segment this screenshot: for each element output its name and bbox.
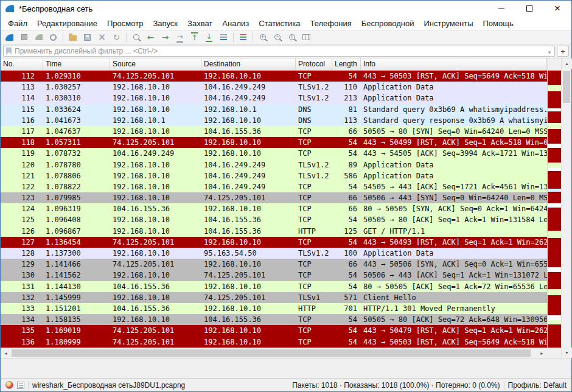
- auto-scroll-button[interactable]: [217, 30, 231, 44]
- info-cell: 443 → 50506 [SYN, ACK] Seq=0 Ack=1 Win=6…: [361, 259, 547, 270]
- packet-row[interactable]: 1121.02931074.125.205.101192.168.10.10TC…: [1, 71, 547, 82]
- menu-item[interactable]: Инструменты: [419, 19, 478, 28]
- add-filter-button[interactable]: +: [557, 46, 569, 57]
- info-cell: Client Hello: [361, 292, 547, 303]
- column-header-source[interactable]: Source: [110, 58, 201, 70]
- vertical-scrollbar-track[interactable]: [562, 69, 571, 348]
- go-back-button[interactable]: [144, 30, 158, 44]
- menu-item[interactable]: Статистика: [254, 19, 305, 28]
- packet-row[interactable]: 1191.078732104.16.249.249192.168.10.10TC…: [1, 148, 547, 159]
- menu-item[interactable]: Помощь: [478, 19, 518, 28]
- destination-cell: 104.16.249.249: [201, 159, 296, 170]
- capture-options-button[interactable]: [46, 30, 60, 44]
- packet-row[interactable]: 1261.096867192.168.10.10104.16.155.36HTT…: [1, 226, 547, 237]
- destination-cell: 192.168.10.10: [201, 203, 296, 214]
- menu-item[interactable]: Телефония: [305, 19, 356, 28]
- protocol-cell: TLSv1.2: [296, 248, 332, 259]
- profile-label[interactable]: Профиль: Default: [508, 381, 567, 390]
- packet-row[interactable]: 1241.096319104.16.155.36192.168.10.10TCP…: [1, 203, 547, 214]
- packet-row[interactable]: 1291.14146674.125.205.101192.168.10.10TC…: [1, 259, 547, 270]
- stop-capture-button[interactable]: [17, 30, 31, 44]
- close-file-button[interactable]: [95, 30, 109, 44]
- save-file-button[interactable]: [80, 30, 94, 44]
- close-button[interactable]: [543, 1, 571, 16]
- packet-row[interactable]: 1251.096408192.168.10.10104.16.155.36TCP…: [1, 214, 547, 225]
- menu-item[interactable]: Просмотр: [102, 19, 148, 28]
- column-header-time[interactable]: Time: [43, 58, 110, 70]
- packet-row[interactable]: 1311.144130104.16.155.36192.168.10.10TCP…: [1, 281, 547, 292]
- vertical-scrollbar[interactable]: [561, 58, 571, 358]
- filter-history-dropdown-icon[interactable]: [545, 46, 554, 57]
- horizontal-scrollbar[interactable]: [1, 348, 547, 358]
- intelligent-scrollbar-minimap[interactable]: [547, 71, 561, 348]
- packet-row[interactable]: 1331.151201104.16.155.36192.168.10.10HTT…: [1, 303, 547, 314]
- packet-row[interactable]: 1131.030257192.168.10.10104.16.249.249TL…: [1, 82, 547, 93]
- info-cell: 54505 → 443 [ACK] Seq=1721 Ack=4561 Win=…: [361, 181, 547, 192]
- packet-row[interactable]: 1281.137300192.168.10.1095.163.54.50TLSv…: [1, 248, 547, 259]
- no-cell: 128: [1, 248, 43, 259]
- resize-columns-button[interactable]: [299, 30, 313, 44]
- packet-row[interactable]: 1181.05731174.125.205.101192.168.10.10TC…: [1, 137, 547, 148]
- maximize-button[interactable]: [515, 1, 543, 16]
- column-header-no[interactable]: No.: [1, 58, 43, 70]
- column-header-length[interactable]: Length: [332, 58, 361, 70]
- packet-row[interactable]: 1221.078822192.168.10.10104.16.249.249TC…: [1, 181, 547, 192]
- zoom-in-button[interactable]: [256, 30, 270, 44]
- colorize-button[interactable]: [236, 30, 250, 44]
- zoom-out-button[interactable]: [270, 30, 284, 44]
- start-capture-button[interactable]: [2, 30, 16, 44]
- packet-row[interactable]: 1351.16901974.125.205.101192.168.10.10TC…: [1, 325, 547, 336]
- vertical-scrollbar-thumb[interactable]: [563, 71, 570, 103]
- filter-bookmark-icon[interactable]: [6, 47, 12, 55]
- packet-row[interactable]: 1211.078806192.168.10.10104.16.249.249TL…: [1, 170, 547, 181]
- zoom-reset-button[interactable]: [285, 30, 299, 44]
- menu-item[interactable]: Анализ: [217, 19, 254, 28]
- menu-item[interactable]: Редактирование: [32, 19, 102, 28]
- packet-row[interactable]: 1341.158135192.168.10.10104.16.155.36TCP…: [1, 314, 547, 325]
- go-forward-button[interactable]: [158, 30, 172, 44]
- menu-item[interactable]: Запуск: [148, 19, 183, 28]
- expert-info-icon[interactable]: [5, 381, 13, 389]
- packet-row[interactable]: 1271.13645474.125.205.101192.168.10.10TC…: [1, 237, 547, 248]
- protocol-cell: TCP: [296, 314, 332, 325]
- open-file-button[interactable]: [66, 30, 80, 44]
- packet-row[interactable]: 1161.041673192.168.10.1192.168.10.10DNS1…: [1, 115, 547, 126]
- scroll-down-icon[interactable]: [562, 348, 572, 358]
- reload-file-button[interactable]: [110, 30, 124, 44]
- packet-row[interactable]: 1301.141562192.168.10.1074.125.205.101TC…: [1, 270, 547, 281]
- packet-row[interactable]: 1171.047637192.168.10.10104.16.155.36TCP…: [1, 126, 547, 137]
- go-to-packet-button[interactable]: [173, 30, 187, 44]
- scroll-up-icon[interactable]: [562, 58, 572, 69]
- column-header-info[interactable]: Info: [361, 58, 547, 70]
- go-forward-icon: [162, 32, 169, 42]
- horizontal-scrollbar-track[interactable]: [11, 348, 537, 358]
- minimize-button[interactable]: [487, 1, 515, 16]
- length-cell: 54: [332, 314, 361, 325]
- packet-list: 1121.02931074.125.205.101192.168.10.10TC…: [1, 71, 547, 348]
- capture-comment-icon[interactable]: [17, 382, 24, 389]
- menu-item[interactable]: Беспроводной: [357, 19, 419, 28]
- restart-capture-button[interactable]: [32, 30, 46, 44]
- display-filter-input[interactable]: [12, 47, 545, 55]
- time-cell: 1.057311: [43, 137, 110, 148]
- packet-row[interactable]: 1151.033624192.168.10.10192.168.10.1DNS8…: [1, 104, 547, 115]
- display-filter-field: [3, 46, 555, 57]
- scroll-right-icon[interactable]: [537, 348, 547, 359]
- find-packet-button[interactable]: [129, 30, 143, 44]
- menu-item[interactable]: Захват: [183, 19, 217, 28]
- packet-row[interactable]: 1361.18099974.125.205.101192.168.10.10TC…: [1, 337, 547, 348]
- menu-item[interactable]: Файл: [3, 19, 32, 28]
- packet-row[interactable]: 1231.079985192.168.10.1074.125.205.101TC…: [1, 192, 547, 203]
- protocol-cell: TCP: [296, 214, 332, 225]
- go-first-button[interactable]: [187, 30, 201, 44]
- go-last-button[interactable]: [202, 30, 216, 44]
- window-title: *Беспроводная сеть: [19, 4, 92, 13]
- column-header-protocol[interactable]: Protocol: [296, 58, 332, 70]
- packet-row[interactable]: 1141.030310192.168.10.10104.16.249.249TL…: [1, 93, 547, 103]
- column-header-destination[interactable]: Destination: [201, 58, 296, 70]
- packet-row[interactable]: 1201.078780192.168.10.10104.16.249.249TL…: [1, 159, 547, 170]
- horizontal-scrollbar-thumb[interactable]: [12, 349, 531, 357]
- source-cell: 74.125.205.101: [110, 137, 201, 148]
- scroll-left-icon[interactable]: [1, 348, 11, 359]
- packet-row[interactable]: 1321.145999192.168.10.1074.125.205.101TL…: [1, 292, 547, 303]
